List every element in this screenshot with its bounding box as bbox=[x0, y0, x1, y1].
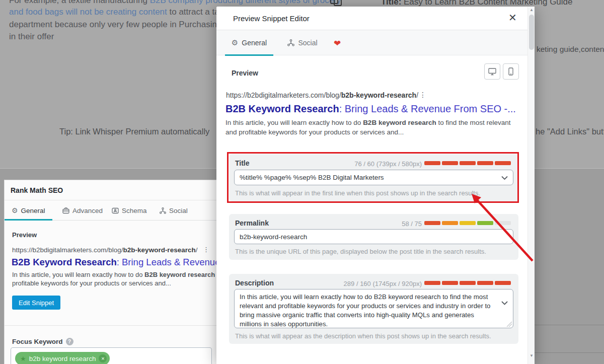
desktop-preview-button[interactable] bbox=[484, 63, 500, 80]
length-bar-segment bbox=[495, 161, 511, 165]
mobile-preview-button[interactable] bbox=[503, 63, 519, 80]
bg-link[interactable]: and food bags will not be creating conte… bbox=[9, 7, 167, 17]
permalink-char-count: 58 / 75 bbox=[402, 220, 422, 228]
permalink-help-text: This is the unique URL of this page, dis… bbox=[235, 248, 486, 255]
serp-title-keyword: B2B Keyword Research bbox=[225, 103, 339, 114]
modal-tabbar: ⚙ General Social ❤ bbox=[216, 30, 527, 55]
close-icon[interactable]: ✕ bbox=[508, 13, 517, 23]
rankmath-panel-title: Rank Math SEO bbox=[11, 186, 63, 194]
heart-icon[interactable]: ❤ bbox=[334, 38, 341, 49]
kebab-menu-icon: ⋮ bbox=[203, 246, 209, 253]
rm-tab-advanced[interactable]: Advanced bbox=[62, 200, 103, 221]
rm-serp-description-line2: profitable keywords for your products or… bbox=[12, 279, 171, 287]
active-tab-underline bbox=[5, 219, 52, 221]
length-bar-segment bbox=[442, 161, 458, 165]
permalink-field-section: Permalink 58 / 75 b2b-keyword-research T… bbox=[229, 214, 518, 260]
resize-handle[interactable] bbox=[507, 322, 512, 327]
title-help-text: This is what will appear in the first li… bbox=[235, 189, 480, 197]
keyword-tag-text: b2b keyword research bbox=[29, 355, 96, 362]
keyword-tag: ★ b2b keyword research × bbox=[15, 352, 110, 364]
modal-tab-social[interactable]: Social bbox=[280, 30, 325, 55]
modal-serp-description: In this article, you will learn exactly … bbox=[225, 118, 514, 137]
length-bar-segment bbox=[460, 221, 476, 225]
rm-serp-title-link[interactable]: B2B Keyword Research: Bring Leads & Reve… bbox=[12, 257, 217, 268]
focus-keyword-label: Focus Keyword bbox=[12, 338, 63, 345]
modal-serp-url: https://b2bdigitalmarketers.com/blog/b2b… bbox=[226, 91, 418, 99]
schema-icon bbox=[112, 207, 119, 214]
bg-text-segment: For example, a textile manufacturing bbox=[9, 0, 150, 5]
title-input-value: %title% %page% %sep% B2B Digital Markete… bbox=[240, 174, 384, 181]
scroll-up-icon[interactable]: ▲ bbox=[530, 8, 534, 12]
rm-tab-social[interactable]: Social bbox=[160, 200, 188, 221]
rm-tab-label: Schema bbox=[122, 207, 147, 214]
chevron-down-icon[interactable] bbox=[501, 299, 508, 308]
bg-tip-text-left: Tip: Link Whisper Premium automatically bbox=[59, 127, 209, 136]
url-suffix: / bbox=[416, 91, 418, 99]
rm-tab-general[interactable]: ⚙ General bbox=[12, 200, 45, 221]
description-char-count: 289 / 160 (1745px / 920px) bbox=[344, 280, 422, 287]
star-icon: ★ bbox=[20, 355, 26, 362]
divider bbox=[5, 325, 217, 326]
rm-tab-label: General bbox=[21, 207, 45, 214]
briefcase-icon bbox=[62, 207, 69, 214]
bg-keywords-fragment: keting guide,content bbox=[537, 45, 604, 54]
length-bar-segment bbox=[424, 161, 440, 165]
description-length-bars bbox=[424, 281, 511, 285]
permalink-input[interactable]: b2b-keyword-research bbox=[234, 229, 513, 244]
preview-snippet-editor-modal: Preview Snippet Editor ✕ ⚙ General Socia… bbox=[216, 7, 535, 364]
title-field-label: Title bbox=[235, 159, 250, 167]
bg-title-label: Title: bbox=[381, 0, 401, 7]
modal-scrollbar[interactable]: ▲ ▼ bbox=[527, 7, 535, 364]
url-slug: b2b-keyword-research bbox=[123, 246, 196, 254]
desc-segment: In this article, you will learn exactly … bbox=[12, 271, 144, 278]
edit-snippet-button[interactable]: Edit Snippet bbox=[12, 296, 60, 310]
url-slug: b2b-keyword-research bbox=[341, 91, 416, 99]
description-textarea[interactable]: In this article, you will learn exactly … bbox=[234, 289, 513, 328]
title-char-count: 76 / 60 (739px / 580px) bbox=[354, 160, 422, 168]
share-icon bbox=[160, 207, 166, 214]
focus-keyword-input[interactable]: ★ b2b keyword research × bbox=[11, 347, 212, 364]
rm-tab-label: Social bbox=[169, 207, 188, 214]
title-input[interactable]: %title% %page% %sep% B2B Digital Markete… bbox=[234, 170, 513, 185]
scrollbar-thumb[interactable] bbox=[529, 15, 534, 50]
chevron-down-icon[interactable] bbox=[501, 174, 508, 181]
length-bar-segment bbox=[477, 161, 493, 165]
active-tab-underline bbox=[225, 54, 273, 56]
serp-title-keyword: B2B Keyword Research bbox=[12, 257, 117, 267]
modal-tab-general[interactable]: ⚙ General bbox=[225, 30, 273, 55]
rm-tab-schema[interactable]: Schema bbox=[112, 200, 147, 221]
permalink-field-label: Permalink bbox=[235, 219, 269, 227]
bg-divider bbox=[535, 325, 604, 325]
serp-title-rest: : Bring Leads & Revenue From SEO bbox=[117, 257, 217, 267]
length-bar-segment bbox=[442, 281, 458, 285]
rm-serp-url: https://b2bdigitalmarketers.com/blog/b2b… bbox=[12, 246, 197, 254]
rankmath-metabox: Rank Math SEO ⚙ General Advanced Schema … bbox=[4, 180, 217, 364]
bg-paragraph-line1: For example, a textile manufacturing B2B… bbox=[9, 0, 341, 6]
rm-serp-description-line1: In this article, you will learn exactly … bbox=[12, 271, 217, 278]
help-icon[interactable]: ? bbox=[66, 338, 73, 345]
desc-segment: In this article, you will learn exactly … bbox=[225, 119, 363, 126]
modal-tab-label: General bbox=[242, 39, 267, 47]
gear-icon: ⚙ bbox=[232, 38, 238, 47]
rankmath-tabbar: ⚙ General Advanced Schema Social bbox=[5, 200, 217, 221]
description-help-text: This is what will appear as the descript… bbox=[235, 332, 491, 340]
bg-title-text: Easy to Learn B2B Content Marketing Guid… bbox=[401, 0, 572, 7]
scroll-down-icon[interactable]: ▼ bbox=[530, 353, 534, 358]
description-field-section: Description 289 / 160 (1745px / 920px) I… bbox=[229, 274, 518, 344]
length-bar-segment bbox=[442, 221, 458, 225]
remove-keyword-icon[interactable]: × bbox=[99, 354, 107, 362]
bg-divider bbox=[535, 352, 604, 353]
share-icon bbox=[287, 39, 294, 46]
length-bar-segment bbox=[495, 281, 511, 285]
bg-post-title-line: Title: Easy to Learn B2B Content Marketi… bbox=[381, 0, 573, 7]
url-prefix: https://b2bdigitalmarketers.com/blog/ bbox=[12, 246, 123, 254]
modal-tab-label: Social bbox=[298, 39, 317, 47]
bg-link[interactable]: B2B company producing different styles o… bbox=[150, 0, 341, 5]
modal-serp-title-link[interactable]: B2B Keyword Research: Bring Leads & Reve… bbox=[225, 103, 516, 115]
desc-keyword: B2B keyword research bbox=[144, 271, 215, 278]
title-field-section: Title 76 / 60 (739px / 580px) %title% %p… bbox=[229, 154, 518, 201]
title-length-bars bbox=[424, 161, 511, 165]
modal-preview-heading: Preview bbox=[232, 69, 258, 77]
length-bar-segment bbox=[424, 281, 440, 285]
length-bar-segment bbox=[460, 161, 476, 165]
